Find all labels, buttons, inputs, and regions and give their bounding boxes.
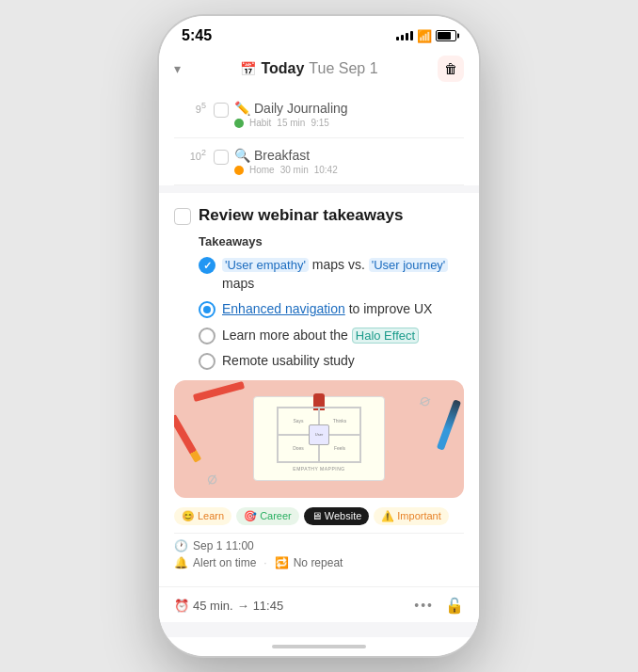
bell-icon: 🔔 bbox=[174, 556, 188, 569]
schedule-title-2: 🔍 Breakfast bbox=[234, 148, 464, 163]
subtask-check-empty-2[interactable] bbox=[199, 353, 215, 370]
subtask-item-2: Enhanced navigation to improve UX bbox=[174, 300, 464, 319]
status-bar: 5:45 📶 bbox=[159, 16, 479, 50]
pen-decoration bbox=[437, 399, 461, 450]
schedule-title-1: ✏️ Daily Journaling bbox=[234, 101, 464, 116]
task-meta: 🕐 Sep 1 11:00 🔔 Alert on time · 🔁 No rep… bbox=[174, 533, 464, 569]
schedule-time-2: 102 bbox=[174, 148, 206, 165]
meta-dot-2 bbox=[234, 166, 244, 175]
highlight-user-journey: 'User journey' bbox=[369, 258, 449, 272]
task-alert-value: Alert on time bbox=[193, 556, 256, 569]
calendar-icon: 📅 bbox=[240, 61, 256, 76]
header-title-today: Today bbox=[261, 60, 304, 77]
highlight-user-empathy: 'User empathy' bbox=[222, 258, 309, 272]
task-footer-actions: ••• 🔓 bbox=[414, 597, 464, 615]
clock-icon: 🕐 bbox=[174, 539, 188, 552]
battery-icon bbox=[436, 30, 456, 41]
task-header: Review webinar takeaways bbox=[174, 206, 464, 225]
empathy-label: EMPATHY MAPPING bbox=[293, 466, 344, 472]
tag-career[interactable]: 🎯 Career bbox=[236, 507, 299, 525]
status-icons: 📶 bbox=[396, 29, 456, 43]
pencil-decoration bbox=[174, 415, 201, 464]
home-indicator bbox=[159, 637, 479, 656]
paperclip-icon: ⌀ bbox=[418, 389, 435, 411]
task-title: Review webinar takeaways bbox=[199, 206, 403, 225]
partial-inner bbox=[203, 306, 211, 313]
task-repeat-value: No repeat bbox=[294, 556, 343, 569]
task-alert-repeat: 🔔 Alert on time · 🔁 No repeat bbox=[174, 556, 464, 569]
schedule-section: 95 ✏️ Daily Journaling Habit 15 min 9:15 bbox=[159, 91, 479, 185]
task-checkbox[interactable] bbox=[174, 208, 191, 225]
task-image: ⌀ ⌀ Says Thinks Does Feels User EMPATHY … bbox=[174, 380, 464, 498]
tag-important[interactable]: ⚠️ Important bbox=[374, 507, 448, 525]
subtask-item-4: Remote usability study bbox=[174, 352, 464, 371]
list-item: 102 🔍 Breakfast Home 30 min 10:42 bbox=[174, 138, 464, 185]
empathy-map: Says Thinks Does Feels User EMPATHY MAPP… bbox=[253, 396, 385, 481]
more-options-button[interactable]: ••• bbox=[414, 598, 434, 613]
schedule-time-1: 95 bbox=[174, 101, 206, 118]
status-time: 5:45 bbox=[182, 27, 212, 44]
ruler-decoration bbox=[193, 381, 245, 402]
schedule-meta-2: Home 30 min 10:42 bbox=[234, 165, 464, 175]
subtask-check-partial-icon[interactable] bbox=[199, 301, 215, 318]
schedule-meta-1: Habit 15 min 9:15 bbox=[234, 118, 464, 128]
schedule-checkbox-2[interactable] bbox=[214, 150, 229, 165]
repeat-icon: 🔁 bbox=[275, 556, 289, 569]
tag-learn[interactable]: 😊 Learn bbox=[174, 507, 231, 525]
tag-website[interactable]: 🖥 Website bbox=[304, 507, 370, 525]
wifi-icon: 📶 bbox=[417, 29, 432, 43]
subtask-item-3: Learn more about the Halo Effect bbox=[174, 327, 464, 345]
empathy-grid: Says Thinks Does Feels User bbox=[277, 407, 361, 463]
subtask-text-4: Remote usability study bbox=[222, 352, 355, 371]
subtask-item-1: 'User empathy' maps vs. 'User journey' m… bbox=[174, 256, 464, 293]
signal-bars-icon bbox=[396, 31, 413, 40]
home-bar bbox=[272, 645, 366, 648]
lock-button[interactable]: 🔓 bbox=[445, 597, 464, 615]
schedule-content-2: 🔍 Breakfast Home 30 min 10:42 bbox=[234, 148, 464, 175]
phone-frame: 5:45 📶 ▾ 📅 Today Tue Sep 1 🗑 bbox=[159, 16, 479, 656]
schedule-checkbox-1[interactable] bbox=[214, 103, 229, 118]
paperclip-icon-2: ⌀ bbox=[205, 467, 219, 489]
task-date-time: 🕐 Sep 1 11:00 bbox=[174, 539, 464, 552]
header-dropdown[interactable]: ▾ bbox=[174, 61, 181, 76]
app-header: ▾ 📅 Today Tue Sep 1 🗑 bbox=[159, 50, 479, 91]
meta-dot-1 bbox=[234, 119, 244, 128]
header-title: 📅 Today Tue Sep 1 bbox=[240, 60, 377, 77]
scroll-area: 95 ✏️ Daily Journaling Habit 15 min 9:15 bbox=[159, 91, 479, 637]
trash-icon: 🗑 bbox=[444, 61, 457, 76]
task-footer: ⏰ 45 min. → 11:45 ••• 🔓 bbox=[159, 586, 479, 622]
trash-button[interactable]: 🗑 bbox=[438, 56, 464, 82]
subtask-text-3: Learn more about the Halo Effect bbox=[222, 327, 419, 345]
task-date-value: Sep 1 11:00 bbox=[193, 539, 254, 552]
subtask-check-filled-icon[interactable] bbox=[199, 257, 215, 274]
header-title-date: Tue Sep 1 bbox=[309, 60, 377, 77]
alarm-icon: ⏰ bbox=[174, 599, 189, 613]
task-section: Review webinar takeaways Takeaways 'User… bbox=[159, 193, 479, 586]
task-duration: ⏰ 45 min. → 11:45 bbox=[174, 599, 283, 613]
list-item: 95 ✏️ Daily Journaling Habit 15 min 9:15 bbox=[174, 91, 464, 138]
enhanced-nav-link[interactable]: Enhanced navigation bbox=[222, 301, 345, 316]
subtask-check-empty-1[interactable] bbox=[199, 328, 215, 344]
schedule-content-1: ✏️ Daily Journaling Habit 15 min 9:15 bbox=[234, 101, 464, 128]
tag-row: 😊 Learn 🎯 Career 🖥 Website ⚠️ Important bbox=[174, 507, 464, 525]
subtask-group-label: Takeaways bbox=[174, 234, 464, 248]
subtask-text-1: 'User empathy' maps vs. 'User journey' m… bbox=[222, 256, 464, 293]
halo-effect-tag[interactable]: Halo Effect bbox=[352, 328, 419, 344]
empathy-center: User bbox=[309, 424, 329, 445]
subtask-text-2: Enhanced navigation to improve UX bbox=[222, 300, 432, 319]
section-divider bbox=[159, 185, 479, 193]
